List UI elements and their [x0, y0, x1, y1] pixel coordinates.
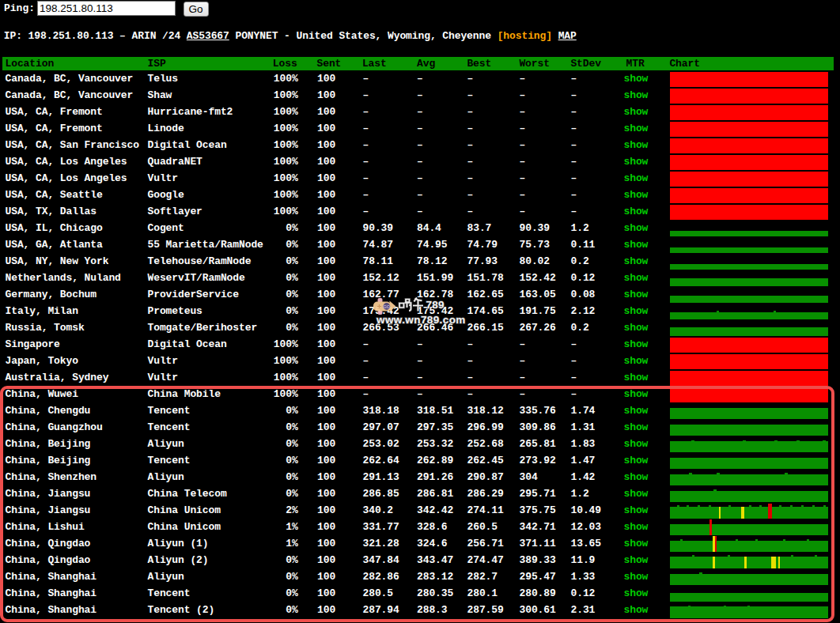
svg-text:GO: GO — [383, 304, 391, 309]
svg-text:www.wn789.com: www.wn789.com — [376, 314, 466, 326]
svg-text:789: 789 — [426, 299, 445, 311]
